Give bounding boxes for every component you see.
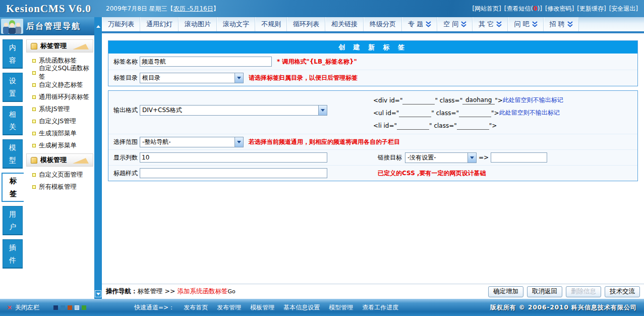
tag-name-input[interactable] — [140, 57, 272, 67]
scope-select[interactable]: -整站导航- — [140, 137, 244, 147]
bullet-icon — [32, 132, 36, 135]
quick-channel-links: 快速通道=>： 发布首页 发布管理 模板管理 基本信息设置 模型管理 查看工作进… — [134, 303, 398, 312]
ul-id-input[interactable] — [399, 109, 431, 117]
gold-arrow-icon — [73, 44, 89, 49]
tab-space[interactable]: 空 间 — [437, 17, 473, 31]
title-style-input[interactable] — [140, 168, 327, 178]
bullet-icon — [32, 173, 36, 177]
menu-item-top-menu[interactable]: 生成顶部菜单 — [25, 127, 94, 139]
bullet-icon — [32, 185, 36, 189]
sidebar-tab-model[interactable]: 模型 — [3, 139, 23, 169]
theme-swatch[interactable] — [68, 305, 72, 310]
quick-link-publish-home[interactable]: 发布首页 — [184, 303, 208, 312]
thumb-icon — [31, 43, 37, 49]
ul-empty-note[interactable]: 此处留空则不输出标记 — [499, 109, 560, 117]
li-id-input[interactable] — [397, 122, 429, 130]
quick-link-publish-manage[interactable]: 发布管理 — [217, 303, 241, 312]
menu-item-loop-list-tags[interactable]: 通用循环列表标签 — [25, 91, 94, 103]
breadcrumb-current: 添加系统函数标签 — [177, 287, 227, 295]
tag-dir-select[interactable]: 根目录 — [140, 73, 244, 83]
app-logo: KesionCMS V6.0 — [0, 3, 106, 15]
menu-item-all-templates[interactable]: 所有模板管理 — [25, 181, 94, 193]
go-link[interactable]: Go — [227, 288, 235, 295]
quick-link-model-manage[interactable]: 模型管理 — [329, 303, 353, 312]
sidebar-tab-settings[interactable]: 设置 — [3, 73, 23, 102]
tab-scroll-text[interactable]: 滚动文字 — [217, 17, 255, 31]
select-arrow-icon — [235, 137, 243, 147]
columns-label: 显示列数 — [113, 153, 140, 162]
menu-item-custom-pages[interactable]: 自定义页面管理 — [25, 169, 94, 181]
content-area: 万能列表 通用幻灯 滚动图片 滚动文字 不规则 循环列表 相关链接 终级分页 专… — [102, 17, 644, 299]
tab-special-topic[interactable]: 专 题 — [402, 17, 437, 31]
quick-link-work-progress[interactable]: 查看工作进度 — [362, 303, 398, 312]
lunar-date-link[interactable]: 农历 -5月16日 — [173, 5, 213, 12]
tab-scroll-image[interactable]: 滚动图片 — [179, 17, 217, 31]
close-left-panel-link[interactable]: 关闭左栏 — [15, 303, 39, 312]
change-password-link[interactable]: [修改密码] — [545, 5, 574, 13]
tab-recruit[interactable]: 招 聘 — [544, 17, 579, 31]
sidebar-menu: 标签管理 系统函数标签 自定义SQL函数标签 自定义静态标签 通用循环列表标签 … — [25, 35, 94, 299]
close-icon[interactable]: × — [7, 304, 12, 311]
sidebar-tab-tags[interactable]: 标签 — [2, 173, 24, 202]
tab-related-links[interactable]: 相关链接 — [325, 17, 364, 31]
home-link[interactable]: [网站首页] — [472, 5, 501, 13]
action-buttons: 确定增加 取消返回 删除信息 技术交流 — [488, 286, 640, 297]
create-tag-box: 创 建 新 标 签 标签名称 * 调用格式"{LB_标签名称}" 标签目录 根目… — [108, 40, 638, 86]
link-target-select[interactable]: -没有设置- — [405, 152, 477, 163]
tech-exchange-button[interactable]: 技术交流 — [605, 286, 640, 297]
select-arrow-icon — [318, 106, 327, 115]
link-target-extra-input[interactable] — [491, 152, 547, 163]
title-style-row: 标题样式 已定义的CSS ,要有一定的网页设计基础 — [108, 165, 637, 181]
menu-item-custom-js[interactable]: 自定义JS管理 — [25, 115, 94, 127]
cancel-return-button[interactable]: 取消返回 — [527, 286, 562, 297]
theme-swatch[interactable] — [82, 305, 86, 310]
messages-link[interactable]: [查看短信(0)] — [504, 5, 542, 13]
menu-item-system-js[interactable]: 系统JS管理 — [25, 103, 94, 115]
theme-swatch[interactable] — [75, 305, 79, 310]
tab-final-paging[interactable]: 终级分页 — [364, 17, 402, 31]
refresh-cache-link[interactable]: [更新缓存] — [577, 5, 606, 13]
quick-link-basic-info[interactable]: 基本信息设置 — [283, 303, 320, 312]
select-arrow-icon — [467, 153, 476, 163]
quick-link-template-manage[interactable]: 模板管理 — [250, 303, 274, 312]
select-arrow-icon — [235, 73, 243, 83]
ul-code-line: <ul id="" class="">此处留空则不输出标记 — [373, 107, 637, 119]
sidebar-tab-content[interactable]: 内容 — [3, 39, 23, 69]
tab-other[interactable]: 其 它 — [473, 17, 508, 31]
div-class-input[interactable] — [462, 96, 495, 104]
div-id-input[interactable] — [402, 96, 435, 104]
theme-swatch[interactable] — [53, 305, 58, 310]
sidebar-tab-plugins[interactable]: 插件 — [3, 239, 23, 269]
li-class-input[interactable] — [457, 122, 489, 130]
sidebar-collapse-up-button[interactable] — [94, 17, 102, 35]
gold-arrow-icon — [73, 158, 89, 164]
avatar — [1, 19, 23, 34]
tab-loop-list[interactable]: 循环列表 — [287, 17, 325, 31]
sidebar-tab-related[interactable]: 相关 — [3, 106, 23, 135]
div-empty-note[interactable]: 此处留空则不输出标记 — [503, 96, 563, 104]
sidebar-collapse-down-button[interactable] — [95, 290, 101, 297]
sidebar: 后台管理导航 内容 设置 相关 模型 标签 用户 插件 标签管理 系统函数标签 — [0, 17, 102, 299]
columns-input[interactable] — [140, 152, 327, 163]
menu-item-tree-menu[interactable]: 生成树形菜单 — [25, 139, 94, 151]
logout-link[interactable]: [安全退出] — [609, 5, 638, 13]
main-panel: 创 建 新 标 签 标签名称 * 调用格式"{LB_标签名称}" 标签目录 根目… — [102, 33, 644, 284]
sidebar-divider — [94, 35, 102, 299]
arrow-up-icon — [96, 25, 100, 28]
menu-group-template-management[interactable]: 模板管理 — [26, 153, 93, 167]
tag-options-box: 输出格式 DIV+CSS格式 <div id="" class="">此处留空则… — [108, 90, 638, 181]
tab-slideshow[interactable]: 通用幻灯 — [140, 17, 179, 31]
output-format-select[interactable]: DIV+CSS格式 — [140, 105, 327, 116]
confirm-add-button[interactable]: 确定增加 — [488, 286, 523, 297]
theme-swatch[interactable] — [61, 305, 65, 310]
tab-ask[interactable]: 问 吧 — [508, 17, 543, 31]
menu-group-tag-management[interactable]: 标签管理 — [26, 39, 93, 52]
ul-class-input[interactable] — [459, 109, 491, 117]
link-target-label: 链接目标 — [378, 153, 402, 162]
menu-item-custom-sql-tags[interactable]: 自定义SQL函数标签 — [25, 67, 94, 79]
tab-universal-list[interactable]: 万能列表 — [102, 17, 140, 31]
code-template-column: <div id="" class="">此处留空则不输出标记 <ul id=""… — [373, 94, 637, 132]
date-display: 2009年7月8日 星期三【农历 -5月16日】 — [106, 5, 219, 13]
tab-irregular[interactable]: 不规则 — [255, 17, 287, 31]
sidebar-tab-users[interactable]: 用户 — [3, 206, 23, 235]
